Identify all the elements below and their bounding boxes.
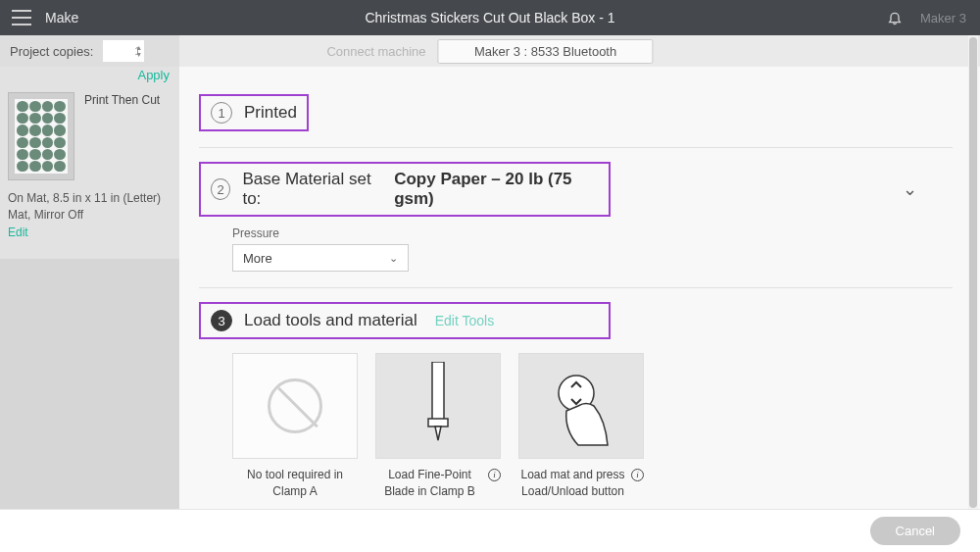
step-1-header[interactable]: 1 Printed xyxy=(199,94,309,131)
blade-icon xyxy=(375,353,501,459)
copies-label: Project copies: xyxy=(10,44,93,59)
scrollbar-thumb[interactable] xyxy=(969,37,977,508)
sidebar-empty-area xyxy=(0,259,179,514)
load-mat-icon xyxy=(518,353,644,459)
subheader: Project copies: 1 ▲▼ Apply Connect machi… xyxy=(0,35,980,67)
mat-info: On Mat, 8.5 in x 11 in (Letter) Mat, Mir… xyxy=(8,190,172,224)
tool-a-caption: No tool required in Clamp A xyxy=(232,467,358,500)
main-content: 1 Printed 2 Base Material set to: Copy P… xyxy=(179,67,980,552)
step-2-title-prefix: Base Material set to: xyxy=(242,170,382,209)
bell-icon[interactable] xyxy=(887,9,903,26)
step-2-header[interactable]: 2 Base Material set to: Copy Paper – 20 … xyxy=(199,162,611,217)
step-3-title: Load tools and material xyxy=(244,311,417,330)
mat-mode-label: Print Then Cut xyxy=(84,92,160,109)
step-3-header[interactable]: 3 Load tools and material Edit Tools xyxy=(199,302,611,339)
no-tool-icon xyxy=(232,353,358,459)
tool-card-load-mat: Load mat and press Load/Unload button i xyxy=(518,353,644,500)
machine-select[interactable]: Maker 3 : 8533 Bluetooth xyxy=(438,39,654,64)
pressure-select[interactable]: More ⌄ xyxy=(232,244,409,272)
edit-tools-link[interactable]: Edit Tools xyxy=(435,313,494,328)
mat-edit-link[interactable]: Edit xyxy=(8,226,28,239)
step-3-number: 3 xyxy=(211,310,232,331)
scrollbar[interactable] xyxy=(968,35,978,552)
cancel-button[interactable]: Cancel xyxy=(870,517,960,545)
copies-input[interactable]: 1 ▲▼ xyxy=(103,40,144,62)
pressure-label: Pressure xyxy=(232,226,953,240)
mat-thumbnail[interactable] xyxy=(8,92,74,180)
tool-card-clamp-b: Load Fine-Point Blade in Clamp B i xyxy=(375,353,501,500)
info-icon[interactable]: i xyxy=(488,469,501,481)
tool-b-caption: Load Fine-Point Blade in Clamp B xyxy=(375,467,484,500)
tool-card-clamp-a: No tool required in Clamp A xyxy=(232,353,358,500)
step-1-number: 1 xyxy=(211,102,232,124)
apply-button[interactable]: Apply xyxy=(137,68,170,82)
hamburger-icon[interactable] xyxy=(12,10,31,25)
info-icon[interactable]: i xyxy=(631,469,644,481)
step-2-number: 2 xyxy=(211,178,230,200)
header-mode-label: Make xyxy=(45,10,78,25)
tool-c-caption: Load mat and press Load/Unload button xyxy=(518,467,627,500)
chevron-down-icon[interactable]: ⌄ xyxy=(903,178,917,200)
connect-machine-label: Connect machine xyxy=(326,44,425,59)
svg-rect-0 xyxy=(432,362,444,421)
step-1-title: Printed xyxy=(244,103,297,123)
caret-down-icon: ⌄ xyxy=(389,252,398,265)
step-material: 2 Base Material set to: Copy Paper – 20 … xyxy=(199,162,953,288)
footer: Cancel xyxy=(0,509,980,552)
svg-rect-1 xyxy=(428,419,448,427)
sidebar: Print Then Cut On Mat, 8.5 in x 11 in (L… xyxy=(0,67,179,552)
app-header: Make Christmas Stickers Cut Out Black Bo… xyxy=(0,0,980,35)
copies-spinner[interactable]: ▲▼ xyxy=(135,45,142,58)
project-title: Christmas Stickers Cut Out Black Box - 1 xyxy=(365,10,614,25)
step-printed: 1 Printed xyxy=(199,94,953,148)
step-load-tools: 3 Load tools and material Edit Tools No … xyxy=(199,302,953,516)
svg-marker-2 xyxy=(435,427,441,440)
step-2-title-value: Copy Paper – 20 lb (75 gsm) xyxy=(394,170,599,209)
device-badge[interactable]: Maker 3 xyxy=(920,11,966,25)
